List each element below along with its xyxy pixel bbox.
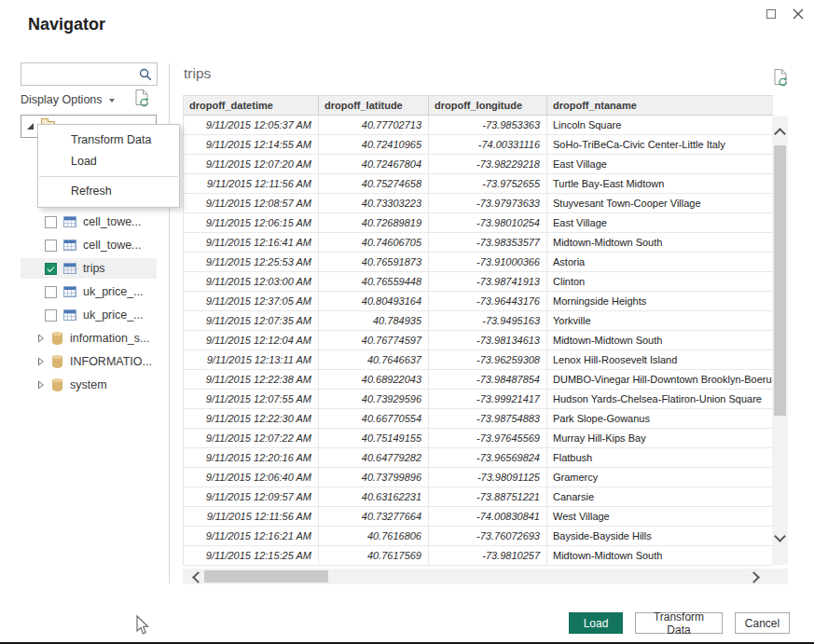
table-cell: 9/11/2015 12:15:25 AM: [184, 546, 319, 565]
table-row: 9/11/2015 12:07:35 AM40.784935-73.949516…: [184, 311, 773, 331]
table-cell: -73.98487854: [429, 370, 547, 389]
table-cell: -73.97973633: [429, 194, 547, 212]
search-input[interactable]: [21, 63, 139, 85]
chevron-right-icon[interactable]: [37, 380, 45, 390]
chevron-down-icon: [109, 99, 115, 103]
table-cell: 9/11/2015 12:12:04 AM: [184, 331, 319, 349]
table-cell: -73.88751221: [429, 487, 547, 506]
table-cell: 40.73277664: [319, 507, 429, 526]
table-cell: 9/11/2015 12:07:22 AM: [184, 429, 319, 447]
page-title: Navigator: [28, 15, 105, 34]
table-row: 9/11/2015 12:20:16 AM40.64779282-73.9656…: [184, 448, 773, 468]
preview-refresh-button[interactable]: [773, 68, 789, 88]
column-header-dropoff-datetime: dropoff_datetime: [184, 96, 319, 115]
scroll-down-button[interactable]: [776, 532, 784, 541]
table-row: 9/11/2015 12:07:20 AM40.72467804-73.9822…: [184, 155, 773, 174]
display-options-dropdown[interactable]: Display Options: [21, 91, 115, 108]
tree-item-uk-price[interactable]: uk_price_...: [21, 281, 157, 302]
table-row: 9/11/2015 12:14:55 AM40.72410965-74.0033…: [184, 135, 773, 155]
load-button[interactable]: Load: [569, 612, 623, 634]
tree-item-checkbox[interactable]: [45, 263, 57, 275]
context-menu: Transform DataLoadRefresh: [37, 124, 180, 208]
tree-item-cell-towe[interactable]: cell_towe...: [21, 235, 157, 255]
table-cell: Morningside Heights: [547, 292, 773, 310]
vertical-scrollbar-thumb[interactable]: [774, 145, 786, 416]
table-cell: 40.68922043: [319, 370, 429, 389]
vertical-scrollbar[interactable]: [772, 116, 788, 565]
tree-item-checkbox[interactable]: [45, 309, 57, 322]
table-row: 9/11/2015 12:11:56 AM40.75274658-73.9752…: [184, 174, 773, 194]
table-cell: Yorkville: [547, 311, 773, 330]
cancel-button[interactable]: Cancel: [735, 612, 790, 634]
table-cell: -73.98229218: [429, 155, 547, 173]
table-cell: 40.80493164: [319, 292, 429, 310]
table-icon: [63, 286, 76, 297]
menu-item-transform-data[interactable]: Transform Data: [38, 130, 179, 151]
transform-data-button[interactable]: Transform Data: [635, 612, 723, 634]
table-cell: -74.00830841: [429, 507, 547, 526]
chevron-right-icon[interactable]: [37, 357, 45, 366]
preview-title: trips: [184, 65, 211, 82]
table-cell: 9/11/2015 12:03:00 AM: [184, 272, 319, 291]
table-cell: -73.98353577: [429, 233, 547, 252]
tree-item-trips[interactable]: trips: [21, 258, 157, 279]
tree-item-information-s[interactable]: information_s...: [21, 328, 157, 349]
table-row: 9/11/2015 12:15:25 AM40.7617569-73.98102…: [184, 546, 773, 566]
cursor-icon: [134, 614, 149, 637]
table-cell: Midtown-Midtown South: [547, 331, 773, 349]
horizontal-scrollbar-thumb[interactable]: [204, 570, 328, 582]
tree-item-checkbox[interactable]: [45, 216, 57, 228]
table-cell: -73.99921417: [429, 390, 547, 408]
scroll-up-button[interactable]: [776, 130, 784, 138]
table-cell: 9/11/2015 12:25:53 AM: [184, 253, 319, 271]
tree-item-informatio[interactable]: INFORMATIO...: [21, 351, 157, 372]
table-cell: 9/11/2015 12:05:37 AM: [184, 116, 319, 134]
table-header: dropoff_datetimedropoff_latitudedropoff_…: [184, 95, 773, 116]
tree-item-label: INFORMATIO...: [70, 355, 152, 368]
database-icon: [52, 379, 62, 391]
horizontal-scrollbar[interactable]: [183, 569, 788, 584]
table-icon: [63, 216, 76, 227]
tree-item-uk-price[interactable]: uk_price_...: [21, 305, 157, 325]
refresh-schema-button[interactable]: [134, 89, 150, 108]
table-cell: 40.7617569: [319, 546, 429, 565]
scroll-right-button[interactable]: [750, 573, 758, 582]
table-cell: Turtle Bay-East Midtown: [547, 174, 773, 193]
table-cell: Canarsie: [547, 487, 773, 506]
maximize-button[interactable]: [762, 5, 780, 23]
scroll-left-button[interactable]: [194, 573, 202, 582]
search-icon: [139, 68, 152, 81]
table-cell: Flatbush: [547, 448, 773, 467]
table-cell: 9/11/2015 12:22:30 AM: [184, 409, 319, 428]
table-cell: -73.98091125: [429, 468, 547, 486]
table-row: 9/11/2015 12:07:22 AM40.75149155-73.9764…: [184, 429, 773, 448]
table-row: 9/11/2015 12:22:30 AM40.66770554-73.9875…: [184, 409, 773, 429]
table-row: 9/11/2015 12:22:38 AM40.68922043-73.9848…: [184, 370, 773, 390]
table-cell: Midtown-Midtown South: [547, 233, 773, 252]
chevron-expanded-icon: [26, 122, 34, 130]
table-cell: 40.76774597: [319, 331, 429, 349]
table-cell: -73.98010254: [429, 213, 547, 232]
table-cell: 9/11/2015 12:20:16 AM: [184, 448, 319, 467]
tree-item-system[interactable]: system: [21, 375, 157, 395]
table-row: 9/11/2015 12:09:57 AM40.63162231-73.8875…: [184, 487, 773, 507]
table-cell: Murray Hill-Kips Bay: [547, 429, 773, 447]
menu-item-load[interactable]: Load: [38, 151, 179, 172]
table-cell: -73.9752655: [429, 174, 547, 193]
table-cell: Park Slope-Gowanus: [547, 409, 773, 428]
table-cell: 40.66770554: [319, 409, 429, 428]
table-cell: 40.63162231: [319, 487, 429, 506]
tree-item-checkbox[interactable]: [45, 286, 57, 298]
tree-item-label: information_s...: [70, 332, 149, 345]
table-row: 9/11/2015 12:07:55 AM40.73929596-73.9992…: [184, 390, 773, 409]
tree-item-cell-towe[interactable]: cell_towe...: [21, 212, 157, 232]
tree-item-checkbox[interactable]: [45, 240, 57, 252]
chevron-right-icon[interactable]: [37, 334, 45, 343]
menu-item-refresh[interactable]: Refresh: [38, 181, 179, 202]
table-row: 9/11/2015 12:08:57 AM40.73303223-73.9797…: [184, 194, 773, 213]
table-cell: 40.7646637: [319, 350, 429, 369]
table-row: 9/11/2015 12:05:37 AM40.77702713-73.9853…: [184, 116, 773, 135]
search-box[interactable]: [21, 62, 158, 86]
database-icon: [52, 333, 62, 345]
close-button[interactable]: [789, 5, 807, 23]
